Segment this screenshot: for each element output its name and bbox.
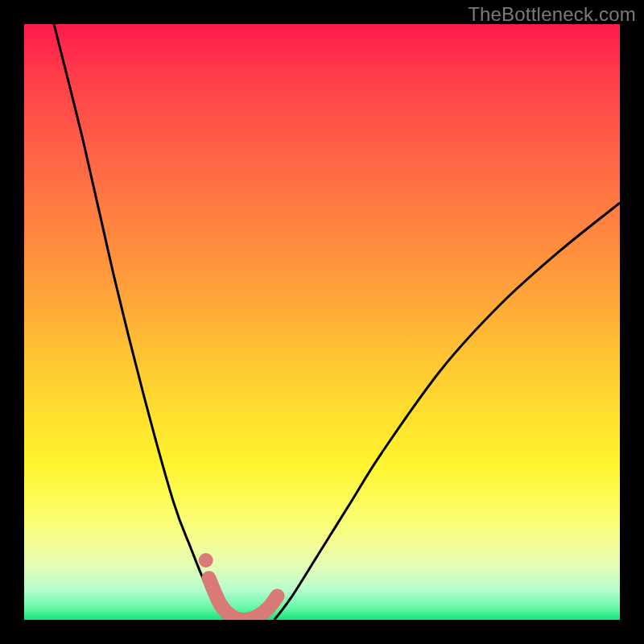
curve-layer	[24, 24, 620, 620]
right-bottleneck-curve	[275, 203, 620, 620]
plot-area	[24, 24, 620, 620]
valley-highlight-curve	[208, 578, 277, 620]
left-highlight-dot-icon	[199, 553, 213, 568]
chart-frame: TheBottleneck.com	[0, 0, 644, 644]
left-bottleneck-curve	[54, 24, 233, 620]
watermark-label: TheBottleneck.com	[468, 3, 636, 26]
